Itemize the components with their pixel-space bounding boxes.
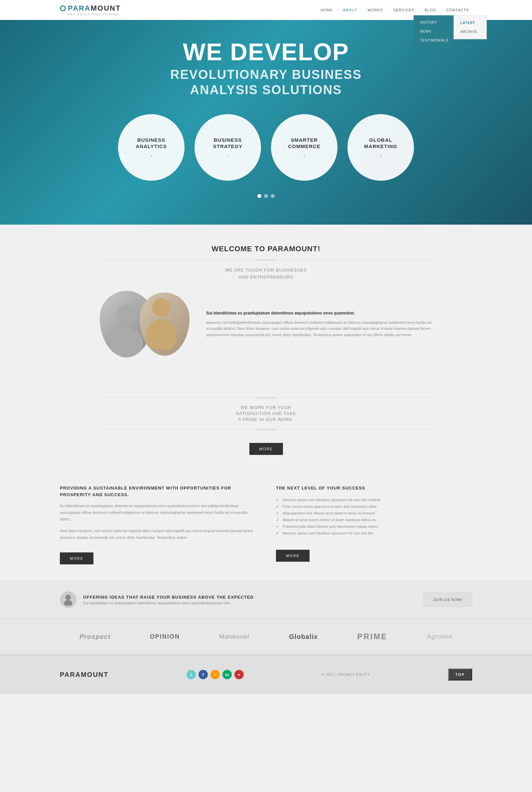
- logo-text: PARAMOUNT: [68, 4, 121, 13]
- welcome-section: WELCOME TO PARAMOUNT! WE ARE TOUGH FOR B…: [0, 225, 532, 377]
- subdropdown-archive[interactable]: ARCHIVE: [454, 27, 487, 36]
- footer-logo: PARAMOUNT: [60, 671, 109, 679]
- logo-tagline: KEY SOLUTIONS AT HAND: [68, 13, 121, 16]
- social-googleplus-icon[interactable]: +: [234, 670, 244, 679]
- logo-area: PARAMOUNT KEY SOLUTIONS AT HAND: [60, 4, 121, 16]
- client-prime: PRIME: [357, 632, 387, 641]
- circle-title-3: SMARTERCOMMERCE: [281, 137, 327, 150]
- svg-point-1: [110, 328, 143, 357]
- cta-join-button[interactable]: JOIN US NOW!: [424, 593, 472, 607]
- col-providing: PROVIDING A SUSTAINABLE ENVIRONMENT WITH…: [60, 485, 256, 565]
- check-item-2: Fuoc remod consa quat anccun ipsm dolt c…: [276, 503, 472, 510]
- svg-point-0: [116, 304, 136, 324]
- logo[interactable]: PARAMOUNT: [60, 4, 121, 13]
- circle-arrow-2: ›: [227, 153, 229, 159]
- welcome-title: WELCOME TO PARAMOUNT!: [100, 244, 432, 253]
- providing-text2: Nam libero tempore, cum soluta nobis est…: [60, 528, 256, 541]
- circle-business-analytics[interactable]: BUSINESSANALYTICS ›: [118, 114, 185, 181]
- circle-title-2: BUSINESSSTRATEGY: [207, 137, 249, 150]
- cta-person-icon: [60, 591, 76, 608]
- divider-3: [100, 429, 432, 430]
- nav-contacts[interactable]: CONTACTS: [443, 6, 472, 14]
- cta-banner: OFFERING IDEAS THAT RAISE YOUR BUSINESS …: [0, 581, 532, 618]
- circle-arrow-3: ›: [304, 153, 305, 159]
- hero-pagination: [0, 194, 532, 198]
- welcome-bold-text: Sui blanditiistes es praetiuptatum delen…: [206, 310, 432, 316]
- cta-text-area: OFFERING IDEAS THAT RAISE YOUR BUSINESS …: [83, 595, 254, 605]
- check-item-5: Praesent justo dolor lobortio quis lobom…: [276, 523, 472, 530]
- dropdown-news[interactable]: NEWS: [414, 27, 455, 36]
- blog-subdropdown: LATEST ARCHIVE: [454, 15, 487, 39]
- logo-circle-icon: [60, 5, 66, 11]
- circle-arrow-1: ›: [151, 153, 152, 159]
- two-col-section: PROVIDING A SUSTAINABLE ENVIRONMENT WITH…: [0, 468, 532, 581]
- nav-blog[interactable]: BLOG: [421, 6, 440, 14]
- nav-services[interactable]: SERVICES: [390, 6, 418, 14]
- dropdown-testimonials[interactable]: TESTIMONIALS: [414, 36, 455, 45]
- top-button[interactable]: TOP: [448, 668, 472, 681]
- providing-text1: Sui blanditiistes es praetiuptatum delen…: [60, 503, 256, 522]
- welcome-text: Sui blanditiistes es praetiuptatum delen…: [206, 310, 432, 338]
- check-item-6: Necoum epsum prin faucibus opououre ind …: [276, 530, 472, 536]
- circle-smarter-commerce[interactable]: SMARTERCOMMERCE ›: [271, 114, 338, 181]
- dot-1[interactable]: [258, 194, 261, 198]
- social-facebook-icon[interactable]: f: [198, 670, 208, 679]
- work-section: WE WORK FOR YOUR SATISFACTION AND TAKE A…: [0, 377, 532, 468]
- svg-point-4: [65, 595, 71, 600]
- welcome-body-text: iasexceur sint pidtatprdenttimique suinc…: [206, 319, 432, 338]
- footer-copyright: © 2012 | PRIVACY POLICY: [322, 673, 370, 677]
- dot-3[interactable]: [271, 194, 274, 198]
- client-globalix: Globalix: [289, 633, 318, 641]
- nav-home[interactable]: HOME: [317, 6, 336, 14]
- circle-title-4: GLOBALMARKETING: [358, 137, 404, 150]
- cta-left: OFFERING IDEAS THAT RAISE YOUR BUSINESS …: [60, 591, 254, 608]
- hero-section: WE DEVELOP REVOLUTIONARY BUSINESS ANALYS…: [0, 20, 532, 225]
- svg-point-3: [146, 319, 176, 349]
- client-prospect: Prospect: [79, 633, 111, 641]
- welcome-subtitle: WE ARE TOUGH FOR BUSINESSES AND ENTREPRE…: [100, 267, 432, 281]
- check-item-3: Aliquagentum niol. Mauris acml diaed in …: [276, 510, 472, 516]
- subdropdown-latest[interactable]: LATEST: [454, 18, 487, 27]
- svg-point-2: [152, 298, 171, 317]
- person-silhouette-2: [140, 293, 183, 349]
- person-image-2: [140, 293, 190, 356]
- dot-2[interactable]: [264, 194, 268, 198]
- circle-business-strategy[interactable]: BUSINESSSTRATEGY ›: [194, 114, 261, 181]
- nav-works[interactable]: WORKS: [364, 6, 386, 14]
- circle-arrow-4: ›: [380, 153, 382, 159]
- divider-2: [100, 398, 432, 398]
- cta-sub-text: Sui blanditiistes es praetiuptatum delen…: [83, 601, 254, 605]
- client-agroline: Agroline: [426, 633, 453, 640]
- hero-circles: BUSINESSANALYTICS › BUSINESSSTRATEGY › S…: [0, 114, 532, 181]
- nav-about[interactable]: ABOUT: [340, 6, 361, 14]
- social-linkedin-icon[interactable]: in: [223, 670, 232, 679]
- divider-1: [100, 260, 432, 260]
- circle-global-marketing[interactable]: GLOBALMARKETING ›: [347, 114, 414, 181]
- about-dropdown: HISTORY NEWS TESTIMONIALS: [414, 15, 455, 48]
- client-opinion: OPINION: [150, 633, 180, 640]
- svg-point-5: [64, 600, 72, 606]
- header: PARAMOUNT KEY SOLUTIONS AT HAND HOME • A…: [0, 0, 532, 20]
- work-title: WE WORK FOR YOUR SATISFACTION AND TAKE A…: [100, 405, 432, 423]
- footer: PARAMOUNT t f r in + © 2012 | PRIVACY PO…: [0, 655, 532, 694]
- circle-title-1: BUSINESSANALYTICS: [129, 137, 173, 150]
- welcome-content: Sui blanditiistes es praetiuptatum delen…: [100, 291, 432, 357]
- check-item-1: Necoum epsum prin faucibus opououre ind …: [276, 497, 472, 503]
- next-level-title: THE NEXT LEVEL OF YOUR SUCCESS: [276, 485, 472, 492]
- check-list: Necoum epsum prin faucibus opououre ind …: [276, 497, 472, 536]
- social-rss-icon[interactable]: r: [210, 670, 220, 679]
- welcome-images: [100, 291, 193, 357]
- check-item-4: Aliquet sit amet euism inoctor ut liuam …: [276, 516, 472, 523]
- cta-main-text: OFFERING IDEAS THAT RAISE YOUR BUSINESS …: [83, 595, 254, 600]
- work-more-button[interactable]: MORE: [249, 443, 283, 455]
- providing-title: PROVIDING A SUSTAINABLE ENVIRONMENT WITH…: [60, 485, 256, 498]
- social-twitter-icon[interactable]: t: [187, 670, 196, 679]
- clients-section: Prospect OPINION Maneuver Globalix PRIME…: [0, 618, 532, 655]
- hero-subtitle: REVOLUTIONARY BUSINESS ANALYSIS SOLUTION…: [0, 67, 532, 97]
- col-next-level: THE NEXT LEVEL OF YOUR SUCCESS Necoum ep…: [276, 485, 472, 565]
- providing-more-button[interactable]: MORE: [60, 552, 93, 565]
- next-level-more-button[interactable]: MORE: [276, 550, 309, 562]
- dropdown-history[interactable]: HISTORY: [414, 18, 455, 27]
- main-nav: HOME • ABOUT • WORKS • SERVICES • BLOG •…: [317, 6, 472, 14]
- client-maneuver: Maneuver: [219, 633, 250, 640]
